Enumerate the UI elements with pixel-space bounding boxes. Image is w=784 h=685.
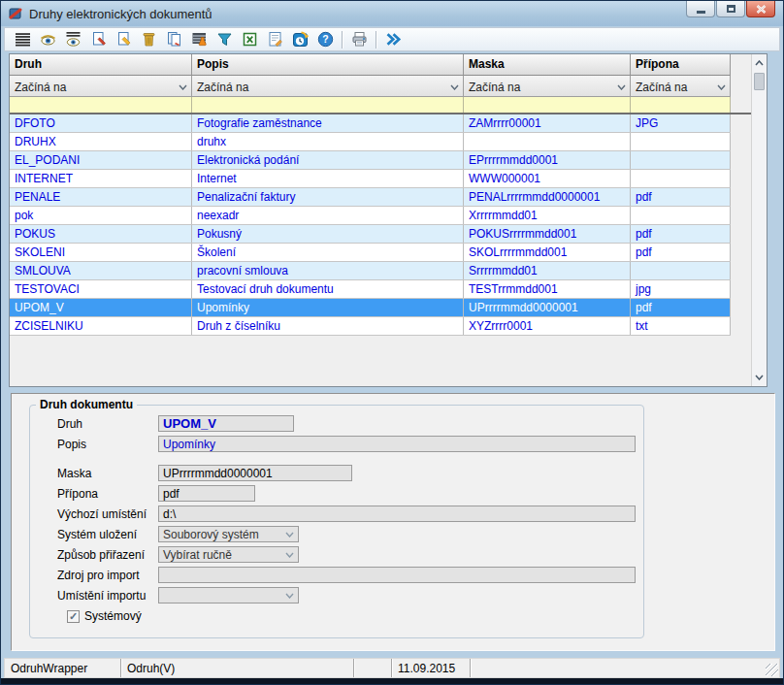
druh-label: Druh xyxy=(57,417,158,431)
filter-input-druh[interactable] xyxy=(10,99,191,114)
maska-label: Maska xyxy=(57,467,158,480)
data-analyze-icon xyxy=(191,31,208,48)
chevron-down-icon xyxy=(285,552,294,558)
popis-field[interactable]: Upomínky xyxy=(158,436,636,452)
table-row[interactable]: pokneexadrXrrrrmmdd01 xyxy=(10,207,731,225)
toolbar: ? xyxy=(4,27,780,51)
popis-label: Popis xyxy=(57,438,158,451)
table-row-selected[interactable]: UPOM_VUpomínkyUPrrrrmmdd0000001pdf xyxy=(10,299,731,317)
print-button[interactable] xyxy=(346,29,372,50)
export-excel-icon xyxy=(242,31,258,48)
column-header-druh[interactable]: Druh xyxy=(10,54,192,76)
view-columns-icon xyxy=(65,31,82,48)
filter-operator-pripona[interactable]: Začíná na xyxy=(631,76,731,97)
chevron-down-icon xyxy=(285,532,294,538)
toolbar-separator xyxy=(376,31,376,49)
status-segment-wrapper: OdruhWrapper xyxy=(5,659,121,677)
table-row[interactable]: DRUHXdruhx xyxy=(10,133,731,151)
help-button[interactable]: ? xyxy=(312,29,338,50)
export-excel-button[interactable] xyxy=(237,29,262,50)
help-icon: ? xyxy=(317,31,334,48)
pripona-label: Přípona xyxy=(57,487,158,501)
vychozi-umisteni-field[interactable]: d:\ xyxy=(158,506,636,522)
more-icon xyxy=(384,31,402,48)
zdroj-pro-import-label: Zdroj pro import xyxy=(57,569,158,582)
new-record-button[interactable] xyxy=(85,29,111,50)
app-window: Druhy elektronických dokumentů xyxy=(0,0,784,685)
data-analyze-button[interactable] xyxy=(186,29,212,50)
column-header-maska[interactable]: Maska xyxy=(464,54,631,76)
status-segment-date: 11.09.2015 xyxy=(392,659,471,677)
filter-button[interactable] xyxy=(212,29,237,50)
status-segment-empty xyxy=(354,659,392,677)
restore-button[interactable] xyxy=(716,1,745,17)
table-row[interactable]: PENALEPenalizační fakturyPENALrrrrmmdd00… xyxy=(10,188,731,207)
filter-operator-druh[interactable]: Začíná na xyxy=(10,76,192,97)
copy-record-icon xyxy=(166,31,182,48)
chevron-down-icon xyxy=(617,84,626,90)
app-icon xyxy=(8,6,23,21)
status-segment-object: Odruh(V) xyxy=(121,659,354,677)
vychozi-umisteni-label: Výchozí umístění xyxy=(57,507,158,521)
table-row[interactable]: INTERNETInternetWWW000001 xyxy=(10,170,731,188)
table-row[interactable]: DFOTOFotografie zaměstnanceZAMrrrr00001J… xyxy=(10,114,731,133)
filter-input-popis[interactable] xyxy=(192,99,463,114)
view-icon xyxy=(40,31,56,48)
system-ulozeni-combo[interactable]: Souborový systém xyxy=(158,526,299,542)
view-button[interactable] xyxy=(35,29,60,50)
resize-grip-icon[interactable] xyxy=(766,664,778,676)
minimize-button[interactable] xyxy=(686,1,715,17)
table-row[interactable]: TESTOVACITestovací druh dokumentuTESTrrm… xyxy=(10,280,731,299)
copy-record-button[interactable] xyxy=(161,29,186,50)
filter-icon xyxy=(216,31,233,48)
filter-operator-popis[interactable]: Začíná na xyxy=(192,76,464,97)
toolbar-separator xyxy=(342,31,343,49)
document-type-groupbox: Druh dokumentu Druh UPOM_V Popis Upomínk… xyxy=(29,398,644,638)
grid-main: Druh Popis Maska Přípona Začíná na Začín… xyxy=(10,54,751,386)
close-button[interactable] xyxy=(746,1,775,17)
filter-input-maska[interactable] xyxy=(464,99,630,114)
status-segment-spacer xyxy=(471,659,779,677)
filter-input-pripona[interactable] xyxy=(631,99,730,114)
vertical-scrollbar[interactable] xyxy=(751,54,767,386)
table-row[interactable]: ZCISELNIKUDruh z číselníkuXYZrrrr0001txt xyxy=(10,317,731,336)
history-icon xyxy=(292,31,309,48)
delete-record-icon xyxy=(141,31,157,48)
table-row[interactable]: POKUSPokusnýPOKUSrrrrmmdd001pdf xyxy=(10,225,731,244)
maska-field[interactable]: UPrrrrmmdd0000001 xyxy=(158,465,352,481)
filter-operator-maska[interactable]: Začíná na xyxy=(464,76,631,97)
grid-header-row: Druh Popis Maska Přípona xyxy=(10,54,731,76)
pripona-field[interactable]: pdf xyxy=(158,485,255,502)
window-frame-bottom xyxy=(1,678,783,684)
zpusob-prirazeni-combo[interactable]: Vybírat ručně xyxy=(158,546,299,563)
systemovy-label: Systémový xyxy=(84,609,142,623)
umisteni-importu-combo[interactable] xyxy=(158,587,299,603)
scroll-down-button[interactable] xyxy=(752,370,767,385)
chevron-down-icon xyxy=(755,375,764,380)
druh-field[interactable]: UPOM_V xyxy=(158,415,294,432)
zdroj-pro-import-field[interactable] xyxy=(158,567,636,583)
column-header-popis[interactable]: Popis xyxy=(192,54,464,76)
more-button[interactable] xyxy=(380,29,406,50)
scroll-up-button[interactable] xyxy=(752,55,767,71)
edit-notes-button[interactable] xyxy=(262,29,287,50)
zpusob-prirazeni-label: Způsob přiřazení xyxy=(57,548,158,562)
umisteni-importu-label: Umístění importu xyxy=(57,589,158,603)
restore-icon xyxy=(727,5,735,13)
table-row[interactable]: EL_PODANIElektronická podáníEPrrrrmmdd00… xyxy=(10,151,731,170)
grid-filter-input-row xyxy=(10,97,731,113)
documents-grid: Druh Popis Maska Přípona Začíná na Začín… xyxy=(9,53,768,387)
table-row[interactable]: SMLOUVApracovní smlouvaSrrrrmmdd01 xyxy=(10,262,731,280)
history-button[interactable] xyxy=(287,29,312,50)
groupbox-title: Druh dokumentu xyxy=(36,398,137,411)
edit-notes-icon xyxy=(267,31,283,48)
systemovy-checkbox[interactable]: ✓ xyxy=(67,610,80,623)
column-header-pripona[interactable]: Přípona xyxy=(631,54,731,76)
scrollbar-thumb[interactable] xyxy=(754,73,765,90)
table-row[interactable]: SKOLENIŠkoleníSKOLrrrrmmdd001pdf xyxy=(10,244,731,262)
view-columns-button[interactable] xyxy=(60,29,85,50)
titlebar[interactable]: Druhy elektronických dokumentů xyxy=(1,1,783,26)
delete-record-button[interactable] xyxy=(136,29,161,50)
edit-record-button[interactable] xyxy=(111,29,136,50)
list-button[interactable] xyxy=(10,29,35,50)
